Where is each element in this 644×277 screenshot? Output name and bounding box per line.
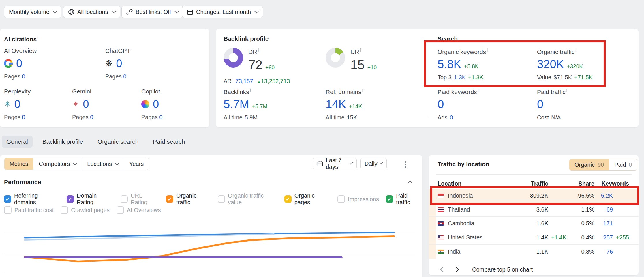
metric-checkbox-domain-rating[interactable]: Domain Rating: [67, 192, 114, 206]
info-icon[interactable]: [566, 88, 567, 93]
keywords-link[interactable]: 257: [594, 234, 613, 241]
info-icon[interactable]: [250, 88, 251, 93]
backlinks-value[interactable]: 5.7M: [224, 98, 249, 111]
metric-checkbox-impressions[interactable]: Impressions: [337, 195, 379, 203]
prev-page-button[interactable]: [438, 265, 446, 274]
pages-value[interactable]: 0: [90, 114, 93, 120]
volume-filter-button[interactable]: Monthly volume: [4, 6, 61, 18]
citations-value[interactable]: 0: [16, 57, 22, 70]
tab-organic-search[interactable]: Organic search: [93, 136, 143, 148]
citations-value[interactable]: 0: [153, 98, 159, 111]
citations-value[interactable]: 0: [83, 98, 89, 111]
info-icon[interactable]: [487, 48, 488, 53]
location-row-thailand[interactable]: Thailand3.6K1.1%69: [429, 203, 639, 217]
col-traffic[interactable]: Traffic: [519, 180, 548, 187]
ar-value[interactable]: 73,157: [235, 78, 253, 84]
metric-checkbox-crawled-pages[interactable]: Crawled pages: [61, 206, 109, 214]
citations-value[interactable]: 0: [14, 98, 20, 111]
changes-filter-button[interactable]: Changes: Last month: [182, 6, 263, 18]
location-name: Cambodia: [448, 220, 474, 227]
perplexity-icon: [4, 100, 11, 108]
tab-general[interactable]: General: [2, 136, 33, 148]
paid-keywords-value[interactable]: 0: [438, 98, 444, 111]
ref-domains-value[interactable]: 14K: [326, 98, 346, 111]
pages-value[interactable]: 0: [123, 73, 126, 80]
checkbox-checked-icon: [67, 195, 74, 203]
organic-keywords-value[interactable]: 5.8K: [438, 58, 461, 71]
keywords-link[interactable]: 76: [594, 248, 613, 255]
paid-traffic-value[interactable]: 0: [537, 98, 543, 111]
pages-value[interactable]: 0: [22, 73, 25, 80]
share-value: 0.5%: [569, 220, 594, 227]
checkbox-label: Domain Rating: [77, 192, 114, 206]
dr-donut-chart: [224, 48, 243, 68]
checkbox-label: AI Overviews: [127, 207, 161, 214]
checkbox-label: Crawled pages: [71, 207, 109, 214]
top3-value[interactable]: 1.3K: [454, 74, 466, 81]
segment-locations[interactable]: Locations: [82, 158, 124, 170]
traffic-value: 309.2K: [519, 192, 548, 199]
granularity-button[interactable]: Daily: [360, 158, 387, 169]
organic-traffic-delta: +320K: [567, 63, 583, 70]
metric-checkbox-ai-overviews[interactable]: AI Overviews: [117, 206, 161, 214]
flag-kh-icon: [438, 221, 444, 226]
info-icon[interactable]: [575, 48, 576, 53]
date-range-button[interactable]: Last 7 days: [313, 158, 357, 169]
compare-top5-label[interactable]: Compare top 5 on chart: [472, 266, 533, 273]
tab-paid-search[interactable]: Paid search: [148, 136, 189, 148]
organic-keywords-metric: Organic keywords 5.8K+5.8K Top 31.3K+1.3…: [438, 48, 488, 81]
dr-delta: +60: [265, 64, 275, 71]
ar-label: AR: [224, 78, 232, 84]
toggle-paid[interactable]: Paid 0: [609, 159, 637, 170]
locations-filter-button[interactable]: All locations: [63, 6, 120, 18]
col-share[interactable]: Share: [569, 180, 594, 187]
best-links-filter-button[interactable]: Best links: Off: [121, 6, 183, 18]
ur-delta: +10: [367, 64, 377, 71]
ads-value[interactable]: 0: [450, 114, 453, 121]
tab-backlink-profile[interactable]: Backlink profile: [38, 136, 88, 148]
pages-line: Pages 0: [4, 114, 31, 121]
info-icon[interactable]: [37, 35, 38, 40]
info-icon[interactable]: [478, 88, 479, 93]
location-row-india[interactable]: India1.1K0.3%76: [429, 245, 639, 259]
pages-value[interactable]: 0: [159, 114, 162, 120]
col-keywords[interactable]: Keywords: [594, 180, 629, 187]
location-row-united-states[interactable]: United States1.4K+1.4K0.4%257+255: [429, 231, 639, 245]
link-icon: [126, 9, 133, 15]
col-location[interactable]: Location: [438, 180, 519, 187]
keywords-link[interactable]: 5.2K: [594, 192, 613, 199]
keywords-link[interactable]: 171: [594, 220, 613, 227]
more-options-button[interactable]: [404, 160, 408, 169]
pages-line: Pages 0: [4, 73, 37, 80]
toggle-organic[interactable]: Organic 90: [569, 159, 609, 170]
traffic-value: 1.1K: [519, 248, 548, 255]
location-row-indonesia[interactable]: Indonesia309.2K96.5%5.2K: [429, 189, 639, 203]
info-icon[interactable]: [360, 48, 361, 53]
pages-value[interactable]: 0: [22, 114, 25, 120]
segment-years[interactable]: Years: [124, 158, 149, 170]
vertical-divider: [429, 39, 429, 117]
metric-checkbox-paid-traffic-cost[interactable]: Paid traffic cost: [4, 206, 54, 214]
collapse-section-button[interactable]: [407, 180, 412, 186]
checkbox-label: Organic traffic value: [228, 192, 277, 206]
keywords-link[interactable]: 69: [594, 206, 613, 213]
location-row-cambodia[interactable]: Cambodia1.6K0.5%171: [429, 217, 639, 231]
segment-metrics[interactable]: Metrics: [4, 158, 33, 170]
metric-checkbox-paid-traffic[interactable]: Paid traffic: [386, 192, 422, 206]
ahrefs-rank-line: AR 73,157 ▲13,252,713: [224, 78, 290, 85]
segment-label: Metrics: [10, 161, 28, 167]
metric-checkbox-organic-traffic[interactable]: Organic traffic: [166, 192, 211, 206]
citations-value[interactable]: 0: [116, 57, 122, 70]
organic-traffic-value[interactable]: 320K: [537, 58, 564, 71]
info-icon[interactable]: [258, 48, 259, 53]
metric-checkbox-organic-traffic-value[interactable]: Organic traffic value: [218, 192, 277, 206]
next-page-button[interactable]: [453, 265, 462, 274]
segment-competitors[interactable]: Competitors: [33, 158, 82, 170]
backlinks-metric: Backlinks 5.7M+5.7M All time5.9M: [224, 88, 267, 121]
checkbox-unchecked-icon: [121, 195, 128, 203]
info-icon[interactable]: [362, 88, 363, 93]
metric-checkbox-organic-pages[interactable]: Organic pages: [284, 192, 331, 206]
metric-checkbox-url-rating[interactable]: URL Rating: [121, 192, 159, 206]
share-value: 96.5%: [569, 192, 594, 199]
metric-checkbox-referring-domains[interactable]: Referring domains: [4, 192, 60, 206]
